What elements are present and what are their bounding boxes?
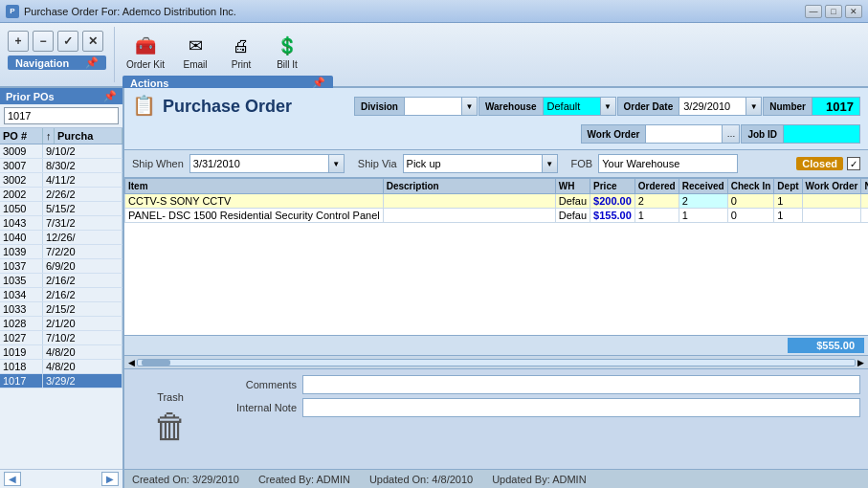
work-order-expand[interactable]: … (723, 124, 740, 144)
ship-when-dropdown[interactable]: ▼ (329, 154, 345, 173)
division-dropdown[interactable]: ▼ (462, 97, 478, 116)
comments-input[interactable] (302, 375, 860, 394)
h-scroll-right[interactable]: ▶ (856, 358, 866, 367)
cell-ordered: 1 (634, 209, 679, 223)
list-item[interactable]: 1019 4/8/20 (0, 345, 122, 360)
trash-icon[interactable]: 🗑 (153, 407, 188, 447)
ship-when-input[interactable] (189, 154, 329, 173)
window-controls: — □ ✕ (805, 5, 862, 18)
ship-via-field: ▼ (403, 154, 558, 173)
cell-dept: 1 (774, 194, 802, 209)
col-wh: WH (555, 179, 590, 194)
col-price: Price (590, 179, 635, 194)
po-title: Purchase Order (163, 97, 354, 117)
cancel-button[interactable]: ✕ (82, 31, 103, 52)
table-scroll[interactable]: Item Description WH Price Ordered Receiv… (124, 178, 868, 335)
list-item[interactable]: 1028 2/1/20 (0, 317, 122, 331)
order-date-dropdown[interactable]: ▼ (746, 97, 762, 116)
cell-received: 2 (679, 194, 727, 209)
table-header-row: Item Description WH Price Ordered Receiv… (125, 179, 869, 194)
maximize-button[interactable]: □ (825, 5, 842, 18)
list-item-selected[interactable]: 1017 3/29/2 (0, 374, 122, 388)
confirm-button[interactable]: ✓ (57, 31, 78, 52)
list-item[interactable]: 1034 2/16/2 (0, 288, 122, 302)
list-item[interactable]: 1040 12/26/ (0, 231, 122, 245)
horizontal-scrollbar[interactable]: ◀ ▶ (124, 355, 868, 368)
work-order-value[interactable] (646, 124, 723, 144)
col-ordered: Ordered (634, 179, 679, 194)
order-date-label: Order Date (617, 97, 680, 116)
minimize-button[interactable]: — (805, 5, 822, 18)
created-by: Created By: ADMIN (258, 474, 350, 485)
trash-label: Trash (157, 391, 184, 403)
list-item[interactable]: 1037 6/9/20 (0, 259, 122, 274)
cell-wh: Defau (555, 209, 590, 223)
list-item[interactable]: 1035 2/16/2 (0, 274, 122, 288)
sidebar-pin-icon: 📌 (103, 90, 117, 102)
cell-price: $155.00 (590, 209, 635, 223)
add-button[interactable]: + (8, 31, 29, 52)
col-dept: Dept (774, 179, 802, 194)
h-scroll-track[interactable] (137, 359, 856, 366)
list-item[interactable]: 1050 5/15/2 (0, 202, 122, 216)
window-title: Purchase Order For: Ademco Distribution … (24, 6, 805, 17)
list-item[interactable]: 1033 2/15/2 (0, 302, 122, 317)
cell-item: CCTV-S SONY CCTV (125, 194, 384, 209)
list-item[interactable]: 1043 7/31/2 (0, 216, 122, 231)
sidebar-header: Prior POs 📌 (0, 88, 122, 104)
po-icon: 📋 (132, 94, 157, 119)
status-bar: Created On: 3/29/2010 Created By: ADMIN … (124, 469, 868, 488)
list-item[interactable]: 1018 4/8/20 (0, 360, 122, 374)
warehouse-dropdown[interactable]: ▼ (601, 97, 616, 116)
ship-via-input[interactable] (403, 154, 543, 173)
list-item[interactable]: 2002 2/26/2 (0, 188, 122, 202)
remove-button[interactable]: − (33, 31, 54, 52)
cell-description (383, 209, 555, 223)
sidebar-prev-button[interactable]: ◀ (4, 472, 21, 486)
col-po-num: PO # (0, 128, 43, 144)
table-row[interactable]: CCTV-S SONY CCTV Defau $200.00 2 2 0 1 $… (125, 194, 869, 209)
list-item[interactable]: 3002 4/11/2 (0, 173, 122, 188)
work-order-label: Work Order (581, 124, 647, 144)
email-button[interactable]: ✉ Email (176, 31, 214, 72)
list-item[interactable]: 3007 8/30/2 (0, 159, 122, 173)
cell-checkin: 0 (727, 194, 774, 209)
po-title-row: 📋 Purchase Order Division ▼ Warehouse De… (132, 94, 860, 119)
po-number-value[interactable]: 1017 (812, 97, 860, 116)
h-scroll-thumb[interactable] (142, 360, 170, 366)
list-item[interactable]: 1027 7/10/2 (0, 331, 122, 345)
list-item[interactable]: 3009 9/10/2 (0, 144, 122, 159)
warehouse-value[interactable]: Default (544, 97, 601, 116)
updated-on: Updated On: 4/8/2010 (369, 474, 473, 485)
cell-price: $200.00 (590, 194, 635, 209)
close-button[interactable]: ✕ (845, 5, 862, 18)
closed-checkbox[interactable]: ✓ (847, 157, 860, 170)
list-item[interactable]: 1039 7/2/20 (0, 245, 122, 259)
order-date-value[interactable]: 3/29/2010 (679, 97, 746, 116)
col-received: Received (679, 179, 727, 194)
bill-it-button[interactable]: 💲 Bill It (268, 31, 306, 72)
ship-via-dropdown[interactable]: ▼ (543, 154, 558, 173)
email-icon: ✉ (182, 33, 209, 59)
sidebar-next-button[interactable]: ▶ (101, 472, 119, 486)
print-button[interactable]: 🖨 Print (222, 31, 260, 72)
internal-note-input[interactable] (302, 398, 860, 417)
job-id-value[interactable] (784, 124, 860, 144)
division-label: Division (354, 97, 405, 116)
navigation-section: + − ✓ ✕ Navigation 📌 (0, 27, 115, 82)
table-row[interactable]: PANEL- DSC 1500 Residential Security Con… (125, 209, 869, 223)
h-scroll-left[interactable]: ◀ (126, 358, 137, 367)
sidebar-search-input[interactable] (4, 107, 119, 124)
content-area: 📋 Purchase Order Division ▼ Warehouse De… (124, 88, 868, 488)
sidebar-title: Prior POs (6, 91, 55, 102)
cell-description (383, 194, 555, 209)
cell-wh: Defau (555, 194, 590, 209)
updated-by: Updated By: ADMIN (492, 474, 586, 485)
ship-row: Ship When ▼ Ship Via ▼ FOB Closed ✓ (124, 150, 868, 178)
fob-input[interactable] (598, 154, 738, 173)
bottom-area: Trash 🗑 Comments Internal Note (124, 368, 868, 469)
order-kit-button[interactable]: 🧰 Order Kit (122, 31, 168, 72)
total-row: $555.00 (124, 335, 868, 355)
division-value[interactable] (405, 97, 462, 116)
sidebar-search-area (0, 104, 122, 128)
